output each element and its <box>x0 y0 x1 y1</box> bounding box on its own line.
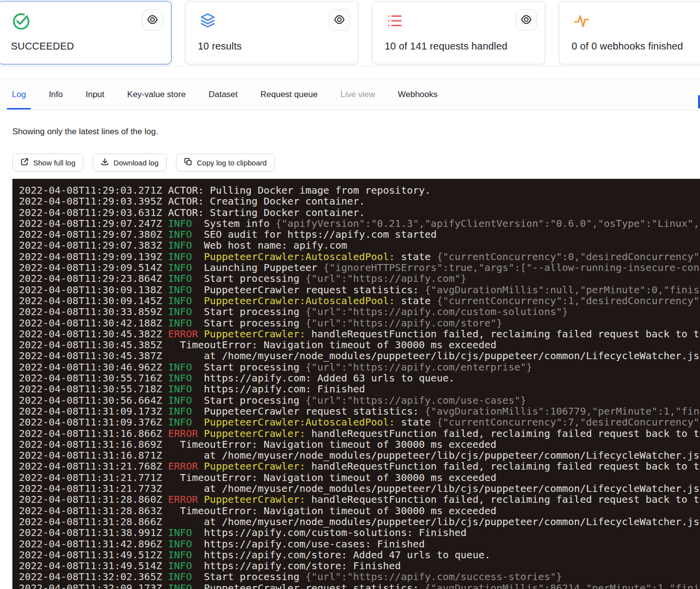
log-line: 2022-04-08T11:29:23.864Z INFO Start proc… <box>19 273 700 284</box>
status-cards-row: SUCCEEDED 10 results <box>0 1 700 64</box>
log-output-terminal[interactable]: 2022-04-08T11:29:03.271Z ACTOR: Pulling … <box>12 179 700 589</box>
log-line: 2022-04-08T11:30:45.382Z ERROR Puppeteer… <box>19 328 700 339</box>
check-circle-icon <box>11 11 30 30</box>
log-line: 2022-04-08T11:31:16.866Z ERROR Puppeteer… <box>19 428 700 439</box>
eye-icon <box>334 14 345 27</box>
log-line: 2022-04-08T11:29:03.271Z ACTOR: Pulling … <box>19 185 700 196</box>
log-notice-text: Showing only the latest lines of the log… <box>12 127 158 137</box>
view-results-button[interactable] <box>329 9 350 31</box>
log-line: 2022-04-08T11:30:55.718Z INFO https://ap… <box>19 383 700 394</box>
log-line: 2022-04-08T11:31:38.991Z INFO https://ap… <box>19 527 700 538</box>
log-line: 2022-04-08T11:31:28.863Z TimeoutError: N… <box>19 505 700 516</box>
tab-input[interactable]: Input <box>81 79 110 109</box>
log-line: 2022-04-08T11:31:49.514Z INFO https://ap… <box>19 560 700 571</box>
run-tabbar: Log Info Input Key-value store Dataset R… <box>0 79 700 110</box>
copy-icon <box>184 158 192 167</box>
log-line: 2022-04-08T11:30:33.859Z INFO Start proc… <box>19 306 700 317</box>
tab-request-queue[interactable]: Request queue <box>255 79 322 109</box>
tab-key-value-store[interactable]: Key-value store <box>122 79 191 109</box>
webhooks-finished-label: 0 of 0 webhooks finished <box>572 41 683 52</box>
external-link-icon <box>20 158 29 167</box>
log-line: 2022-04-08T11:31:21.768Z ERROR Puppeteer… <box>19 461 700 472</box>
results-count-label: 10 results <box>198 41 242 52</box>
log-line: 2022-04-08T11:30:56.664Z INFO Start proc… <box>19 395 700 406</box>
tabbar-right-accent <box>698 95 700 108</box>
actor-run-page: SUCCEEDED 10 results <box>0 0 700 589</box>
log-line: 2022-04-08T11:31:28.866Z at /home/myuser… <box>19 516 700 527</box>
log-line: 2022-04-08T11:31:21.773Z at /home/myuser… <box>19 483 700 494</box>
log-line: 2022-04-08T11:32:02.365Z INFO Start proc… <box>19 571 700 582</box>
tab-live-view[interactable]: Live view <box>336 79 380 109</box>
log-line: 2022-04-08T11:29:07.380Z INFO SEO audit … <box>19 229 700 240</box>
status-card-results[interactable]: 10 results <box>185 1 358 64</box>
requests-handled-label: 10 of 141 requests handled <box>385 41 508 52</box>
download-log-button[interactable]: Download log <box>93 154 167 171</box>
status-card-succeeded[interactable]: SUCCEEDED <box>0 1 172 64</box>
status-card-webhooks[interactable]: 0 of 0 webhooks finished <box>559 1 700 64</box>
eye-icon <box>147 14 158 27</box>
log-line: 2022-04-08T11:29:09.139Z INFO PuppeteerC… <box>19 251 700 262</box>
log-line: 2022-04-08T11:29:03.395Z ACTOR: Creating… <box>19 196 700 207</box>
log-line: 2022-04-08T11:32:09.173Z INFO PuppeteerC… <box>19 583 700 589</box>
view-requests-button[interactable] <box>516 9 537 31</box>
view-status-button[interactable] <box>142 9 163 31</box>
log-line: 2022-04-08T11:29:09.514Z INFO Launching … <box>19 262 700 273</box>
log-actions-row: Show full log Download log Copy log to c… <box>12 154 275 171</box>
run-status-label: SUCCEEDED <box>11 41 74 52</box>
log-line: 2022-04-08T11:31:16.869Z TimeoutError: N… <box>19 439 700 450</box>
log-line: 2022-04-08T11:31:49.512Z INFO https://ap… <box>19 549 700 560</box>
log-line: 2022-04-08T11:30:46.962Z INFO Start proc… <box>19 362 700 373</box>
log-line: 2022-04-08T11:29:03.631Z ACTOR: Starting… <box>19 207 700 218</box>
status-card-requests[interactable]: 10 of 141 requests handled <box>372 1 545 64</box>
list-icon <box>385 11 404 30</box>
log-line: 2022-04-08T11:30:45.387Z at /home/myuser… <box>19 350 700 361</box>
log-line: 2022-04-08T11:31:09.376Z INFO PuppeteerC… <box>19 417 700 428</box>
log-line: 2022-04-08T11:29:07.247Z INFO System inf… <box>19 218 700 229</box>
layers-icon <box>198 11 217 30</box>
download-icon <box>101 158 109 167</box>
download-log-label: Download log <box>114 159 159 167</box>
log-line: 2022-04-08T11:31:21.771Z TimeoutError: N… <box>19 472 700 483</box>
copy-log-button[interactable]: Copy log to clipboard <box>176 154 275 171</box>
show-full-log-label: Show full log <box>33 159 75 167</box>
log-line: 2022-04-08T11:31:42.896Z INFO https://ap… <box>19 538 700 549</box>
log-line: 2022-04-08T11:30:09.145Z INFO PuppeteerC… <box>19 295 700 306</box>
log-line: 2022-04-08T11:29:07.383Z INFO Web host n… <box>19 240 700 251</box>
log-line: 2022-04-08T11:31:28.860Z ERROR Puppeteer… <box>19 494 700 505</box>
show-full-log-button[interactable]: Show full log <box>12 154 83 171</box>
log-line: 2022-04-08T11:30:45.385Z TimeoutError: N… <box>19 339 700 350</box>
tab-webhooks[interactable]: Webhooks <box>393 79 443 109</box>
log-line: 2022-04-08T11:30:42.188Z INFO Start proc… <box>19 318 700 328</box>
eye-icon <box>521 14 532 27</box>
log-line: 2022-04-08T11:31:09.173Z INFO PuppeteerC… <box>19 406 700 417</box>
pulse-icon <box>572 11 591 30</box>
log-line: 2022-04-08T11:30:09.138Z INFO PuppeteerC… <box>19 284 700 295</box>
tab-info[interactable]: Info <box>44 79 67 109</box>
log-line: 2022-04-08T11:31:16.871Z at /home/myuser… <box>19 450 700 461</box>
cards-divider <box>0 66 700 66</box>
tab-dataset[interactable]: Dataset <box>204 79 243 109</box>
tab-log[interactable]: Log <box>7 79 31 109</box>
copy-log-label: Copy log to clipboard <box>197 159 267 167</box>
log-line: 2022-04-08T11:30:55.716Z INFO https://ap… <box>19 373 700 383</box>
